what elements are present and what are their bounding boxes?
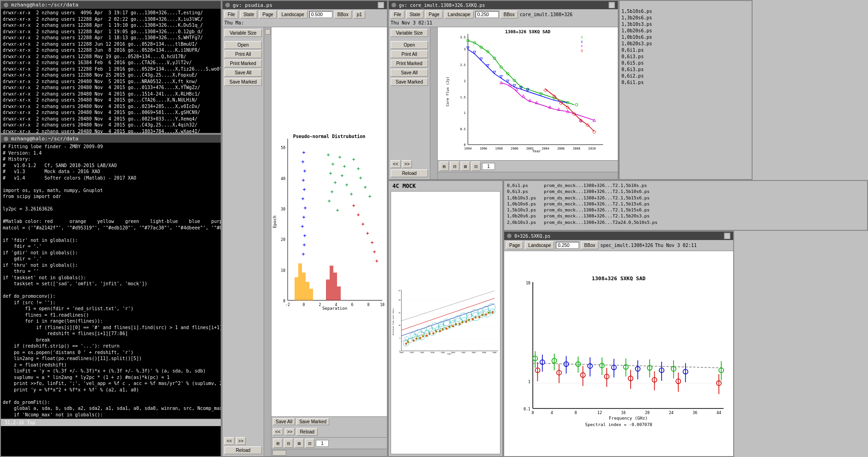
gv-psudia-vscroll-thumb[interactable] — [265, 29, 271, 35]
y-axis-label: Epoch — [272, 216, 277, 228]
gv-psudia-p1-btn[interactable]: p1 — [354, 11, 365, 18]
x-tick-10: 10 — [380, 303, 385, 307]
x-tick-4: 4 — [335, 303, 338, 307]
gv-psudia-save-marked-btn2[interactable]: Save Marked — [296, 418, 329, 425]
gv-icon-2[interactable]: ⊟ — [284, 439, 293, 448]
gv-core-state-btn[interactable]: State — [406, 11, 423, 18]
gv-psudia-save-all-btn2[interactable]: Save All — [273, 418, 295, 425]
gv-psudia-reload-btn[interactable]: Reload — [224, 446, 262, 454]
gv-core-plot-section: 1308+326 SXKQ SAD Core flux (Jy) Year 0 — [430, 27, 618, 179]
hist-bar-1 — [295, 277, 298, 301]
file-list-top-content: 1,5b10s6.ps 1,3b20s6.ps 1,3b10s3.ps 1,0b… — [620, 1, 752, 87]
gv-psudia-open-btn[interactable]: Open — [224, 41, 262, 49]
core-legend-S: S — [581, 36, 583, 39]
gv-psudia-save-marked-btn[interactable]: Save Marked — [224, 78, 262, 86]
gv-core-page-btn[interactable]: Page — [425, 11, 442, 18]
gv-psudia-variable-size-btn[interactable]: Variable Size — [224, 29, 262, 37]
gv-psudia-next-btn[interactable]: >> — [236, 437, 246, 445]
q-band-scatter — [544, 88, 596, 133]
gv-psudia-reload-btn2[interactable]: Reload — [296, 428, 318, 436]
svg-marker-188 — [475, 316, 477, 319]
gv-psudia-vscroll[interactable] — [264, 27, 271, 456]
gv-core-icon-4[interactable]: ⊡ — [471, 162, 481, 171]
gv-core-variable-size-btn[interactable]: Variable Size — [391, 29, 428, 37]
mock-svg: Distance from core (mas) Year 0 5 10 15 … — [391, 192, 500, 454]
gv-psudia-zoom-input[interactable] — [309, 11, 332, 18]
gv-psudia-close[interactable]: □ — [378, 2, 384, 8]
middle-column: gv: psudia.ps □ File State Page Landscap… — [222, 0, 388, 457]
gv-core-landscape-btn[interactable]: Landscape — [445, 11, 474, 18]
gv-psudia-hscroll[interactable] — [271, 449, 387, 456]
gv-psudia-landscape-btn[interactable]: Landscape — [278, 11, 307, 18]
gv-psudia-next-btn2[interactable]: >> — [285, 428, 295, 435]
svg-text:25: 25 — [398, 290, 400, 292]
gv-core-zoom-input[interactable] — [476, 11, 499, 18]
gv-icon-4[interactable]: ⊡ — [305, 439, 314, 448]
gv-psudia-save-all-btn[interactable]: Save All — [224, 69, 262, 77]
s-band-line — [468, 41, 574, 105]
gv-psudia-titlebar: gv: psudia.ps □ — [223, 1, 387, 9]
gv-icon-3[interactable]: ⊠ — [295, 439, 304, 448]
hist-bar-2 — [298, 264, 302, 301]
gv-core-reload-btn[interactable]: Reload — [391, 169, 428, 177]
gv-core-close[interactable]: □ — [609, 2, 615, 8]
gv-core-next-btn[interactable]: >> — [402, 160, 412, 168]
svg-marker-176 — [485, 313, 487, 316]
gv-psudia-state-btn[interactable]: State — [240, 11, 257, 18]
spec-bbox-btn[interactable]: BBox — [581, 241, 598, 249]
gv-core-icon-2[interactable]: ⊟ — [450, 162, 459, 171]
gv-core-icon-1[interactable]: ⊞ — [440, 162, 449, 171]
gv-psudia-page-btn[interactable]: Page — [259, 11, 276, 18]
gv-core-plot-col: 1308+326 SXKQ SAD Core flux (Jy) Year 0 — [438, 27, 618, 179]
terminal-1: mzhang@halo:~/scr/data drwxr-xr-x 2 nzha… — [0, 0, 222, 134]
core-y-label: Core flux (Jy) — [446, 77, 450, 107]
gv-psudia-hscroll-thumb[interactable] — [272, 450, 286, 456]
gv-core-file-btn[interactable]: File — [391, 11, 404, 18]
gv-core-page-input[interactable] — [482, 163, 495, 170]
hist-bar-4 — [306, 282, 309, 301]
spec-window: 8+326.SXKQ.ps □ Page Landscape BBox spec… — [503, 231, 734, 457]
gv-core-print-marked-btn[interactable]: Print Marked — [391, 60, 428, 67]
y-tick-30: 30 — [281, 207, 285, 211]
gv-psudia-titlebar-left: gv: psudia.ps — [225, 2, 272, 8]
gv-psudia-prev-btn[interactable]: << — [224, 437, 235, 445]
gv-core-vscroll[interactable] — [430, 27, 438, 179]
gv-core-title: gv: core_imult.1308+326.SXKQ.ps — [399, 3, 485, 8]
gv-psudia-page-input[interactable] — [316, 440, 329, 447]
gv-icon-1[interactable]: ⊞ — [273, 439, 283, 448]
gv-core-hscroll[interactable] — [438, 172, 618, 179]
spec-source-label: spec_imult.1308+326 — [600, 243, 653, 248]
gv-psudia-thu-label: Thu Ma: — [224, 20, 244, 25]
svg-marker-185 — [455, 323, 457, 326]
y-tick-50: 50 — [281, 146, 285, 150]
svg-text:10: 10 — [398, 325, 400, 326]
spec-zoom-input[interactable] — [556, 242, 579, 249]
gv-core-bbox-btn[interactable]: BBox — [500, 11, 518, 18]
svg-marker-170 — [446, 327, 448, 330]
gv-psudia-prev-btn2[interactable]: << — [273, 428, 283, 435]
gv-core-prev-btn[interactable]: << — [391, 160, 401, 168]
spec-x-24: 24 — [669, 410, 674, 415]
gv-core-save-marked-btn[interactable]: Save Marked — [391, 78, 428, 86]
core-x-2006: 2006 — [557, 147, 565, 150]
gv-core-main: Variable Size Open Print All Print Marke… — [389, 27, 618, 179]
gv-psudia-print-all-btn[interactable]: Print All — [224, 50, 262, 58]
svg-point-156 — [450, 318, 454, 323]
gv-core-icon-3[interactable]: ⊠ — [461, 162, 470, 171]
gv-psudia-print-marked-btn[interactable]: Print Marked — [224, 60, 262, 67]
y-tick-10: 10 — [281, 269, 285, 273]
spec-close[interactable]: □ — [724, 233, 730, 239]
svg-marker-186 — [461, 321, 464, 324]
spec-landscape-btn[interactable]: Landscape — [525, 241, 554, 249]
spec-toolbar: Page Landscape BBox spec_imult.1308+326 … — [504, 240, 733, 251]
gv-psudia-bbox-btn[interactable]: BBox — [334, 11, 352, 18]
file-list-bottom-content: 0,6i1.ps prom_ds_mock...1308+326...T2.1,… — [504, 181, 867, 230]
gv-core-print-all-btn[interactable]: Print All — [391, 50, 428, 58]
svg-point-148 — [405, 337, 409, 341]
gv-core-open-btn[interactable]: Open — [391, 41, 428, 49]
gv-core-plot-area: 1308+326 SXKQ SAD Core flux (Jy) Year 0 — [438, 27, 618, 160]
spec-page-btn[interactable]: Page — [506, 241, 523, 249]
gv-core-save-all-btn[interactable]: Save All — [391, 69, 428, 77]
gv-psudia-file-btn[interactable]: File — [224, 11, 238, 18]
svg-marker-173 — [465, 320, 467, 323]
